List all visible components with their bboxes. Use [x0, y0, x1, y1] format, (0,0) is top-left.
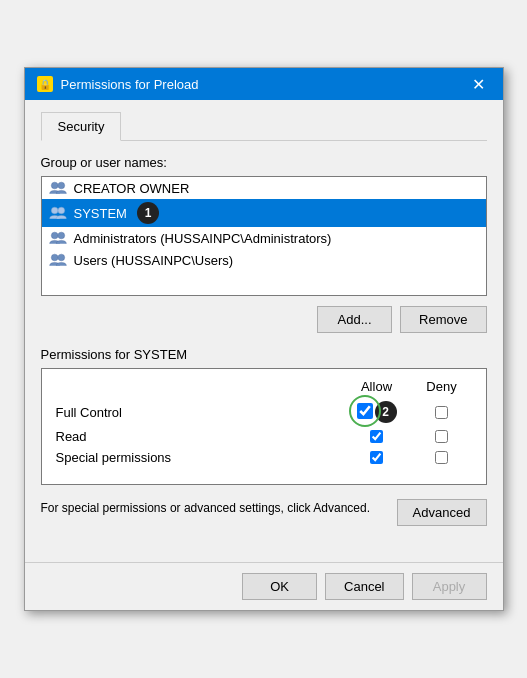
perm-name-read: Read [56, 429, 342, 444]
title-bar: 🔒 Permissions for Preload ✕ [25, 68, 503, 100]
list-item-label-admin: Administrators (HUSSAINPC\Administrators… [74, 231, 332, 246]
perm-allow-full-control: 2 [342, 401, 412, 423]
allow-full-control-checkbox[interactable] [357, 403, 373, 419]
perm-allow-special [342, 451, 412, 464]
add-remove-buttons: Add... Remove [41, 306, 487, 333]
remove-button[interactable]: Remove [400, 306, 486, 333]
permissions-dialog: 🔒 Permissions for Preload ✕ Security Gro… [24, 67, 504, 611]
dialog-content: Security Group or user names: CREATOR OW… [25, 100, 503, 562]
deny-read-checkbox[interactable] [435, 430, 448, 443]
list-item-system[interactable]: SYSTEM 1 [42, 199, 486, 227]
cancel-button[interactable]: Cancel [325, 573, 403, 600]
deny-full-control-checkbox[interactable] [435, 406, 448, 419]
list-item-label-users: Users (HUSSAINPC\Users) [74, 253, 234, 268]
permissions-header: Permissions for SYSTEM [41, 347, 487, 362]
advanced-button[interactable]: Advanced [397, 499, 487, 526]
add-button[interactable]: Add... [317, 306, 392, 333]
svg-point-6 [51, 254, 58, 261]
perm-name-special: Special permissions [56, 450, 342, 465]
list-item-users[interactable]: Users (HUSSAINPC\Users) [42, 249, 486, 271]
close-button[interactable]: ✕ [467, 72, 491, 96]
info-text: For special permissions or advanced sett… [41, 499, 387, 517]
svg-point-3 [58, 207, 65, 214]
svg-point-1 [58, 182, 65, 189]
perm-allow-read [342, 430, 412, 443]
user-group-icon-admin [48, 230, 68, 246]
list-item-administrators[interactable]: Administrators (HUSSAINPC\Administrators… [42, 227, 486, 249]
ok-button[interactable]: OK [242, 573, 317, 600]
user-group-icon-users [48, 252, 68, 268]
user-group-listbox[interactable]: CREATOR OWNER SYSTEM 1 [41, 176, 487, 296]
perm-col-empty [56, 379, 342, 394]
deny-special-checkbox[interactable] [435, 451, 448, 464]
list-item-label: CREATOR OWNER [74, 181, 190, 196]
svg-point-0 [51, 182, 58, 189]
permissions-col-headers: Allow Deny [50, 377, 478, 398]
allow-special-checkbox[interactable] [370, 451, 383, 464]
footer-bar: OK Cancel Apply [25, 562, 503, 610]
badge-2: 2 [375, 401, 397, 423]
svg-point-5 [58, 232, 65, 239]
apply-button[interactable]: Apply [412, 573, 487, 600]
svg-point-2 [51, 207, 58, 214]
title-bar-left: 🔒 Permissions for Preload [37, 76, 199, 92]
allow-read-checkbox[interactable] [370, 430, 383, 443]
user-group-icon-system [48, 205, 68, 221]
dialog-title: Permissions for Preload [61, 77, 199, 92]
perm-row-full-control: Full Control 2 [50, 398, 478, 426]
group-section-label: Group or user names: [41, 155, 487, 170]
perm-col-deny: Deny [412, 379, 472, 394]
svg-point-7 [58, 254, 65, 261]
perm-name-full-control: Full Control [56, 405, 342, 420]
tab-bar: Security [41, 112, 487, 141]
perm-row-read: Read [50, 426, 478, 447]
perm-deny-read [412, 430, 472, 443]
perm-col-allow: Allow [342, 379, 412, 394]
allow-full-control-wrap [357, 403, 373, 422]
svg-point-4 [51, 232, 58, 239]
badge-1: 1 [137, 202, 159, 224]
info-advanced-row: For special permissions or advanced sett… [41, 499, 487, 526]
dialog-icon: 🔒 [37, 76, 53, 92]
permissions-table: Allow Deny Full Control 2 R [41, 368, 487, 485]
perm-deny-full-control [412, 406, 472, 419]
tab-security[interactable]: Security [41, 112, 122, 141]
perm-deny-special [412, 451, 472, 464]
user-group-icon [48, 180, 68, 196]
list-item-label-system: SYSTEM [74, 206, 127, 221]
list-item-creator-owner[interactable]: CREATOR OWNER [42, 177, 486, 199]
perm-row-special: Special permissions [50, 447, 478, 468]
